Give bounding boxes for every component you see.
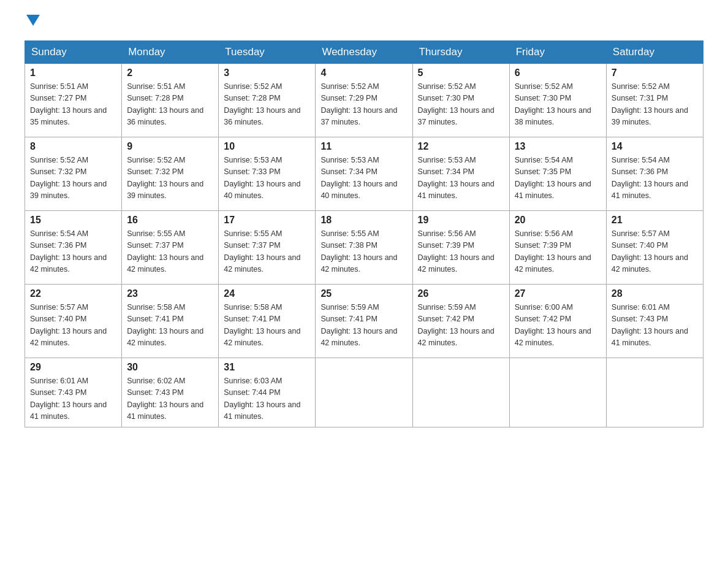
day-number: 27 [515,288,601,299]
day-number: 8 [30,141,116,152]
day-info: Sunrise: 5:53 AM Sunset: 7:33 PM Dayligh… [224,155,310,202]
calendar-cell: 11 Sunrise: 5:53 AM Sunset: 7:34 PM Dayl… [316,137,412,211]
day-info: Sunrise: 5:52 AM Sunset: 7:32 PM Dayligh… [30,155,116,202]
day-info: Sunrise: 5:57 AM Sunset: 7:40 PM Dayligh… [612,228,698,276]
calendar-cell: 7 Sunrise: 5:52 AM Sunset: 7:31 PM Dayli… [606,64,703,137]
day-info: Sunrise: 5:52 AM Sunset: 7:29 PM Dayligh… [320,81,407,129]
day-number: 23 [127,288,213,299]
day-number: 4 [320,67,407,79]
week-row-3: 15 Sunrise: 5:54 AM Sunset: 7:36 PM Dayl… [25,211,703,285]
calendar-cell: 9 Sunrise: 5:52 AM Sunset: 7:32 PM Dayli… [122,137,219,211]
day-info: Sunrise: 5:56 AM Sunset: 7:39 PM Dayligh… [515,228,601,276]
day-info: Sunrise: 5:54 AM Sunset: 7:36 PM Dayligh… [612,155,698,202]
header-day-tuesday: Tuesday [219,41,316,64]
header-day-saturday: Saturday [606,41,703,64]
header-day-friday: Friday [509,41,606,64]
day-info: Sunrise: 5:54 AM Sunset: 7:35 PM Dayligh… [515,155,601,202]
day-info: Sunrise: 6:01 AM Sunset: 7:43 PM Dayligh… [612,302,698,350]
day-info: Sunrise: 6:00 AM Sunset: 7:42 PM Dayligh… [515,302,601,350]
day-info: Sunrise: 5:58 AM Sunset: 7:41 PM Dayligh… [224,302,310,350]
day-number: 18 [320,215,407,226]
day-number: 22 [30,288,116,299]
page-header [25,18,703,28]
day-info: Sunrise: 5:52 AM Sunset: 7:32 PM Dayligh… [127,155,213,202]
day-number: 31 [224,362,310,373]
calendar-cell: 18 Sunrise: 5:55 AM Sunset: 7:38 PM Dayl… [316,211,412,285]
day-info: Sunrise: 5:56 AM Sunset: 7:39 PM Dayligh… [418,228,504,276]
day-number: 15 [30,215,116,226]
day-number: 21 [612,215,698,226]
logo [25,18,40,28]
day-info: Sunrise: 6:03 AM Sunset: 7:44 PM Dayligh… [224,375,310,423]
day-number: 20 [515,215,601,226]
calendar-cell: 6 Sunrise: 5:52 AM Sunset: 7:30 PM Dayli… [509,64,606,137]
calendar-cell: 1 Sunrise: 5:51 AM Sunset: 7:27 PM Dayli… [25,64,122,137]
calendar-cell: 27 Sunrise: 6:00 AM Sunset: 7:42 PM Dayl… [509,285,606,358]
day-info: Sunrise: 5:59 AM Sunset: 7:41 PM Dayligh… [320,302,407,350]
calendar-cell: 12 Sunrise: 5:53 AM Sunset: 7:34 PM Dayl… [412,137,509,211]
calendar-cell: 13 Sunrise: 5:54 AM Sunset: 7:35 PM Dayl… [509,137,606,211]
day-info: Sunrise: 5:59 AM Sunset: 7:42 PM Dayligh… [418,302,504,350]
header-day-wednesday: Wednesday [316,41,412,64]
calendar-cell [412,358,509,427]
week-row-4: 22 Sunrise: 5:57 AM Sunset: 7:40 PM Dayl… [25,285,703,358]
day-number: 24 [224,288,310,299]
day-number: 2 [127,67,213,79]
header-day-thursday: Thursday [412,41,509,64]
calendar-table: SundayMondayTuesdayWednesdayThursdayFrid… [25,40,703,427]
svg-marker-0 [26,15,40,26]
calendar-cell: 4 Sunrise: 5:52 AM Sunset: 7:29 PM Dayli… [316,64,412,137]
day-info: Sunrise: 5:52 AM Sunset: 7:28 PM Dayligh… [224,81,310,129]
day-number: 16 [127,215,213,226]
calendar-cell: 25 Sunrise: 5:59 AM Sunset: 7:41 PM Dayl… [316,285,412,358]
day-number: 5 [418,67,504,79]
day-number: 26 [418,288,504,299]
day-info: Sunrise: 5:55 AM Sunset: 7:37 PM Dayligh… [127,228,213,276]
day-info: Sunrise: 5:55 AM Sunset: 7:38 PM Dayligh… [320,228,407,276]
day-number: 19 [418,215,504,226]
day-info: Sunrise: 6:01 AM Sunset: 7:43 PM Dayligh… [30,375,116,423]
day-info: Sunrise: 5:52 AM Sunset: 7:30 PM Dayligh… [418,81,504,129]
calendar-cell [509,358,606,427]
day-number: 25 [320,288,407,299]
week-row-5: 29 Sunrise: 6:01 AM Sunset: 7:43 PM Dayl… [25,358,703,427]
day-number: 29 [30,362,116,373]
calendar-body: 1 Sunrise: 5:51 AM Sunset: 7:27 PM Dayli… [25,64,703,427]
day-info: Sunrise: 5:54 AM Sunset: 7:36 PM Dayligh… [30,228,116,276]
calendar-cell: 19 Sunrise: 5:56 AM Sunset: 7:39 PM Dayl… [412,211,509,285]
week-row-2: 8 Sunrise: 5:52 AM Sunset: 7:32 PM Dayli… [25,137,703,211]
week-row-1: 1 Sunrise: 5:51 AM Sunset: 7:27 PM Dayli… [25,64,703,137]
calendar-cell: 30 Sunrise: 6:02 AM Sunset: 7:43 PM Dayl… [122,358,219,427]
day-info: Sunrise: 5:52 AM Sunset: 7:30 PM Dayligh… [515,81,601,129]
calendar-cell: 21 Sunrise: 5:57 AM Sunset: 7:40 PM Dayl… [606,211,703,285]
calendar-cell: 15 Sunrise: 5:54 AM Sunset: 7:36 PM Dayl… [25,211,122,285]
day-number: 17 [224,215,310,226]
calendar-cell: 10 Sunrise: 5:53 AM Sunset: 7:33 PM Dayl… [219,137,316,211]
day-number: 10 [224,141,310,152]
calendar-header: SundayMondayTuesdayWednesdayThursdayFrid… [25,41,703,64]
day-number: 13 [515,141,601,152]
calendar-cell [316,358,412,427]
calendar-cell: 31 Sunrise: 6:03 AM Sunset: 7:44 PM Dayl… [219,358,316,427]
day-number: 3 [224,67,310,79]
header-day-monday: Monday [122,41,219,64]
day-number: 11 [320,141,407,152]
calendar-cell: 20 Sunrise: 5:56 AM Sunset: 7:39 PM Dayl… [509,211,606,285]
calendar-cell: 3 Sunrise: 5:52 AM Sunset: 7:28 PM Dayli… [219,64,316,137]
day-info: Sunrise: 5:51 AM Sunset: 7:27 PM Dayligh… [30,81,116,129]
day-number: 9 [127,141,213,152]
day-info: Sunrise: 5:55 AM Sunset: 7:37 PM Dayligh… [224,228,310,276]
day-number: 6 [515,67,601,79]
calendar-cell: 8 Sunrise: 5:52 AM Sunset: 7:32 PM Dayli… [25,137,122,211]
calendar-cell: 16 Sunrise: 5:55 AM Sunset: 7:37 PM Dayl… [122,211,219,285]
day-info: Sunrise: 6:02 AM Sunset: 7:43 PM Dayligh… [127,375,213,423]
header-row: SundayMondayTuesdayWednesdayThursdayFrid… [25,41,703,64]
day-info: Sunrise: 5:51 AM Sunset: 7:28 PM Dayligh… [127,81,213,129]
day-info: Sunrise: 5:53 AM Sunset: 7:34 PM Dayligh… [418,155,504,202]
calendar-cell: 28 Sunrise: 6:01 AM Sunset: 7:43 PM Dayl… [606,285,703,358]
calendar-cell: 24 Sunrise: 5:58 AM Sunset: 7:41 PM Dayl… [219,285,316,358]
calendar-cell: 17 Sunrise: 5:55 AM Sunset: 7:37 PM Dayl… [219,211,316,285]
day-info: Sunrise: 5:52 AM Sunset: 7:31 PM Dayligh… [612,81,698,129]
day-number: 1 [30,67,116,79]
calendar-cell: 5 Sunrise: 5:52 AM Sunset: 7:30 PM Dayli… [412,64,509,137]
